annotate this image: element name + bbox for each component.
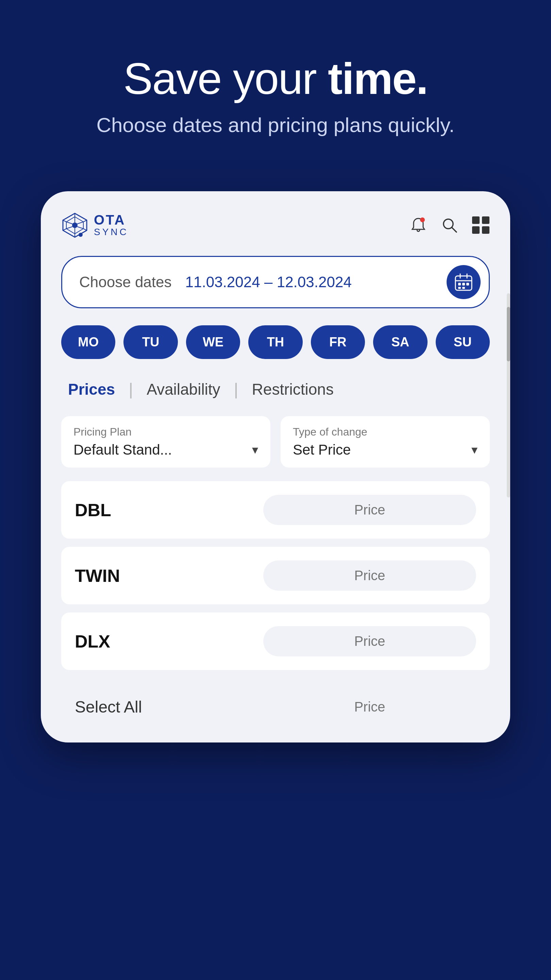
svg-rect-27 [462, 287, 465, 289]
svg-line-14 [66, 222, 73, 224]
tab-prices[interactable]: Prices [65, 380, 118, 398]
day-pill-we[interactable]: WE [186, 325, 240, 359]
hero-subtitle: Choose dates and pricing plans quickly. [97, 113, 455, 137]
svg-rect-24 [462, 283, 465, 285]
dropdowns-row: Pricing Plan Default Stand... ▾ Type of … [61, 416, 490, 468]
hero-section: Save your time. Choose dates and pricing… [0, 0, 551, 164]
room-row-dlx: DLX [61, 612, 490, 670]
svg-rect-25 [466, 283, 469, 285]
day-pill-su[interactable]: SU [436, 325, 490, 359]
search-icon[interactable] [441, 216, 459, 234]
svg-line-11 [77, 227, 83, 229]
pricing-plan-chevron: ▾ [252, 443, 258, 457]
select-all-row: Select All [61, 678, 490, 743]
type-of-change-chevron: ▾ [472, 443, 478, 457]
room-name-dbl: DBL [75, 500, 111, 520]
grid-cell [482, 216, 489, 224]
top-icons [410, 216, 490, 234]
day-pill-fr[interactable]: FR [311, 325, 365, 359]
day-pill-sa[interactable]: SA [373, 325, 427, 359]
grid-icon[interactable] [472, 216, 490, 234]
bell-icon[interactable] [410, 216, 427, 234]
svg-rect-26 [458, 287, 461, 289]
date-picker[interactable]: Choose dates 11.03.2024 – 12.03.2024 [61, 256, 490, 308]
pricing-plan-value: Default Stand... [73, 442, 172, 458]
type-of-change-label: Type of change [293, 426, 478, 438]
room-row-twin: TWIN [61, 547, 490, 605]
scrollbar[interactable] [507, 293, 510, 498]
day-pill-th[interactable]: TH [248, 325, 302, 359]
type-of-change-value-row: Set Price ▾ [293, 442, 478, 458]
date-picker-label: Choose dates [79, 274, 172, 291]
price-input-twin[interactable] [263, 560, 476, 591]
pricing-plan-label: Pricing Plan [73, 426, 258, 438]
room-name-twin: TWIN [75, 566, 120, 586]
select-all-label: Select All [75, 698, 142, 716]
pricing-plan-value-row: Default Stand... ▾ [73, 442, 258, 458]
type-of-change-value: Set Price [293, 442, 351, 458]
calendar-button[interactable] [446, 265, 481, 299]
logo-ota: OTA [94, 213, 129, 227]
svg-point-16 [420, 218, 425, 222]
svg-line-13 [66, 227, 73, 229]
svg-point-8 [72, 223, 78, 228]
room-row-dbl: DBL [61, 481, 490, 539]
logo-sync: SYNC [94, 227, 129, 237]
phone-container: OTA SYNC [41, 191, 510, 743]
tabs: Prices | Availability | Restrictions [61, 379, 490, 399]
day-pill-tu[interactable]: TU [124, 325, 178, 359]
tab-divider-2: | [234, 379, 238, 399]
grid-cell [472, 216, 480, 224]
svg-line-18 [452, 228, 456, 232]
logo-text: OTA SYNC [94, 213, 129, 237]
tab-restrictions[interactable]: Restrictions [249, 380, 337, 398]
hero-title: Save your time. [124, 54, 428, 103]
grid-cell [472, 226, 480, 234]
scrollbar-thumb [507, 307, 510, 361]
top-bar: OTA SYNC [61, 212, 490, 239]
date-picker-left: Choose dates 11.03.2024 – 12.03.2024 [79, 274, 352, 291]
ota-sync-logo-icon [61, 212, 89, 239]
price-input-dbl[interactable] [263, 495, 476, 525]
room-name-dlx: DLX [75, 631, 110, 652]
day-pill-mo[interactable]: MO [61, 325, 115, 359]
calendar-icon [454, 272, 473, 292]
pricing-plan-dropdown[interactable]: Pricing Plan Default Stand... ▾ [61, 416, 270, 468]
type-of-change-dropdown[interactable]: Type of change Set Price ▾ [281, 416, 490, 468]
price-input-dlx[interactable] [263, 626, 476, 656]
tab-availability[interactable]: Availability [143, 380, 224, 398]
svg-line-10 [77, 222, 83, 224]
price-input-all[interactable] [263, 692, 476, 722]
grid-cell [482, 226, 489, 234]
day-pills: MO TU WE TH FR SA SU [61, 325, 490, 359]
date-picker-value: 11.03.2024 – 12.03.2024 [185, 274, 352, 291]
svg-rect-23 [458, 283, 461, 285]
tab-divider-1: | [129, 379, 133, 399]
logo-area: OTA SYNC [61, 212, 129, 239]
